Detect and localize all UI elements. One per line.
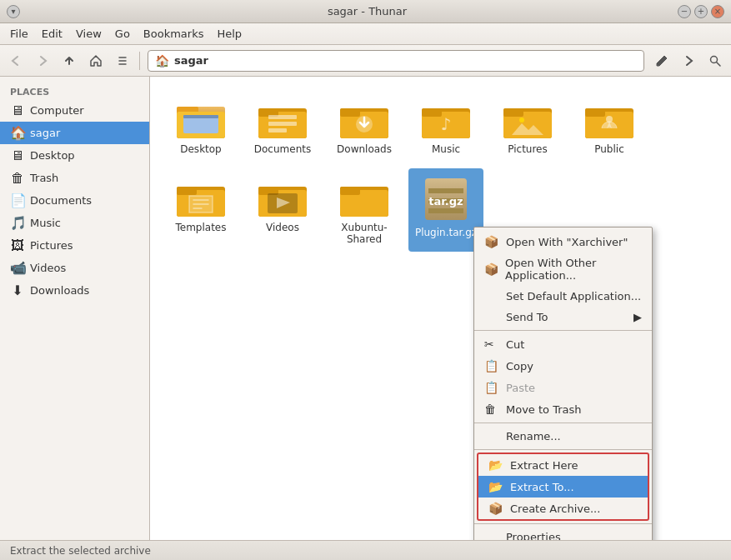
sidebar-item-trash[interactable]: 🗑 Trash xyxy=(0,167,149,189)
menu-go[interactable]: Go xyxy=(108,25,137,42)
sidebar: Places 🖥 Computer 🏠 sagar 🖥 Desktop 🗑 Tr… xyxy=(0,77,150,540)
back-icon xyxy=(9,54,23,68)
main-layout: Places 🖥 Computer 🏠 sagar 🖥 Desktop 🗑 Tr… xyxy=(0,77,731,540)
ctx-paste[interactable]: 📋 Paste xyxy=(474,377,652,398)
extract-to-icon: 📂 xyxy=(488,480,503,493)
next-icon xyxy=(682,54,695,68)
folder-videos-icon xyxy=(258,175,307,218)
ctx-label-open-xarchiver: Open With "Xarchiver" xyxy=(506,236,628,248)
ctx-properties[interactable]: Properties xyxy=(474,527,652,540)
xarchiver-icon: 📦 xyxy=(484,235,499,248)
window-menu-button[interactable]: ▾ xyxy=(7,5,20,18)
file-area: Desktop Documents xyxy=(150,77,731,540)
file-item-videos[interactable]: Videos xyxy=(245,168,320,252)
ctx-open-xarchiver[interactable]: 📦 Open With "Xarchiver" xyxy=(474,231,652,252)
location-bar[interactable]: 🏠 sagar xyxy=(148,50,644,72)
titlebar: ▾ sagar - Thunar − + × xyxy=(0,0,731,23)
svg-rect-15 xyxy=(340,108,360,117)
videos-icon: 📹 xyxy=(10,260,25,276)
window-title: sagar - Thunar xyxy=(57,5,678,18)
file-label-plugin-tar: Plugin.tar.gz xyxy=(415,227,477,238)
file-item-music[interactable]: ♪ Music xyxy=(408,90,483,162)
folder-xubuntu-icon xyxy=(340,175,388,218)
ctx-sep-2 xyxy=(474,422,652,423)
home-button[interactable] xyxy=(83,48,108,73)
location-home-icon: 🏠 xyxy=(155,54,169,68)
file-item-templates[interactable]: Templates xyxy=(163,168,238,252)
sidebar-item-pictures[interactable]: 🖼 Pictures xyxy=(0,234,149,257)
ctx-set-default[interactable]: Set Default Application... xyxy=(474,286,652,307)
sidebar-item-videos[interactable]: 📹 Videos xyxy=(0,257,149,279)
ctx-rename[interactable]: Rename... xyxy=(474,426,652,447)
ctx-extract-to[interactable]: 📂 Extract To... xyxy=(478,476,648,498)
ctx-cut[interactable]: ✂ Cut xyxy=(474,333,652,355)
archive-icon: tar.gz xyxy=(422,175,470,223)
ctx-send-to[interactable]: Send To ▶ xyxy=(474,307,652,328)
menu-file[interactable]: File xyxy=(3,25,35,42)
ctx-label-send-to: Send To xyxy=(506,311,548,323)
ctx-copy[interactable]: 📋 Copy xyxy=(474,355,652,377)
folder-downloads-icon xyxy=(340,97,388,140)
minimize-button[interactable]: − xyxy=(678,5,691,18)
svg-rect-31 xyxy=(177,187,197,195)
pictures-icon: 🖼 xyxy=(10,238,25,253)
ctx-label-properties: Properties xyxy=(506,531,561,540)
sidebar-item-documents[interactable]: 📄 Documents xyxy=(0,189,149,212)
trash-icon: 🗑 xyxy=(10,170,25,186)
search-button[interactable] xyxy=(703,48,728,73)
file-item-plugin-tar[interactable]: tar.gz Plugin.tar.gz xyxy=(408,168,483,252)
toggle-button[interactable] xyxy=(110,48,135,73)
ctx-label-set-default: Set Default Application... xyxy=(506,290,641,302)
sidebar-item-sagar[interactable]: 🏠 sagar xyxy=(0,122,149,144)
menu-view[interactable]: View xyxy=(69,25,108,42)
menu-edit[interactable]: Edit xyxy=(35,25,69,42)
trash-ctx-icon: 🗑 xyxy=(484,402,499,416)
ctx-label-paste: Paste xyxy=(506,382,535,394)
up-button[interactable] xyxy=(57,48,82,73)
file-item-pictures[interactable]: Pictures xyxy=(490,90,565,162)
svg-text:tar.gz: tar.gz xyxy=(428,195,463,208)
ctx-open-other[interactable]: 📦 Open With Other Application... xyxy=(474,252,652,286)
downloads-icon: ⬇ xyxy=(10,282,25,298)
ctx-label-extract-to: Extract To... xyxy=(510,481,574,493)
open-other-icon: 📦 xyxy=(484,262,498,276)
sidebar-item-desktop[interactable]: 🖥 Desktop xyxy=(0,144,149,167)
home-sidebar-icon: 🏠 xyxy=(10,125,25,141)
ctx-create-archive[interactable]: 📦 Create Archive... xyxy=(478,498,648,519)
maximize-button[interactable]: + xyxy=(694,5,708,18)
file-item-public[interactable]: Public xyxy=(572,90,647,162)
svg-rect-23 xyxy=(503,108,523,117)
sidebar-item-downloads[interactable]: ⬇ Downloads xyxy=(0,279,149,302)
svg-point-28 xyxy=(606,116,613,122)
menu-bookmarks[interactable]: Bookmarks xyxy=(137,25,211,42)
sidebar-item-music[interactable]: 🎵 Music xyxy=(0,212,149,234)
music-icon: 🎵 xyxy=(10,215,25,231)
file-label-templates: Templates xyxy=(175,222,226,233)
file-label-music: Music xyxy=(432,143,460,155)
sidebar-label-videos: Videos xyxy=(30,262,66,274)
back-button[interactable] xyxy=(3,48,28,73)
ctx-sep-3 xyxy=(474,449,652,450)
ctx-extract-here[interactable]: 📂 Extract Here xyxy=(478,454,648,476)
svg-rect-19 xyxy=(422,108,442,117)
statusbar: Extract the selected archive xyxy=(0,540,731,560)
forward-button[interactable] xyxy=(30,48,55,73)
home-icon xyxy=(89,54,103,68)
file-item-documents[interactable]: Documents xyxy=(245,90,320,162)
sidebar-section-places: Places xyxy=(0,83,149,99)
edit-location-button[interactable] xyxy=(649,48,674,73)
file-item-desktop[interactable]: Desktop xyxy=(163,90,238,162)
svg-rect-27 xyxy=(585,108,605,117)
menu-help[interactable]: Help xyxy=(210,25,248,42)
close-button[interactable]: × xyxy=(711,5,724,18)
file-item-xubuntu-shared[interactable]: Xubuntu-Shared xyxy=(327,168,402,252)
svg-point-24 xyxy=(519,118,524,122)
next-location-button[interactable] xyxy=(676,48,701,73)
svg-rect-12 xyxy=(268,128,287,132)
extract-box: 📂 Extract Here 📂 Extract To... 📦 Create … xyxy=(477,452,649,521)
ctx-move-to-trash[interactable]: 🗑 Move to Trash xyxy=(474,398,652,420)
sidebar-item-computer[interactable]: 🖥 Computer xyxy=(0,99,149,122)
menubar: FileEditViewGoBookmarksHelp xyxy=(0,23,731,45)
sidebar-label-trash: Trash xyxy=(30,172,58,184)
file-item-downloads[interactable]: Downloads xyxy=(327,90,402,162)
